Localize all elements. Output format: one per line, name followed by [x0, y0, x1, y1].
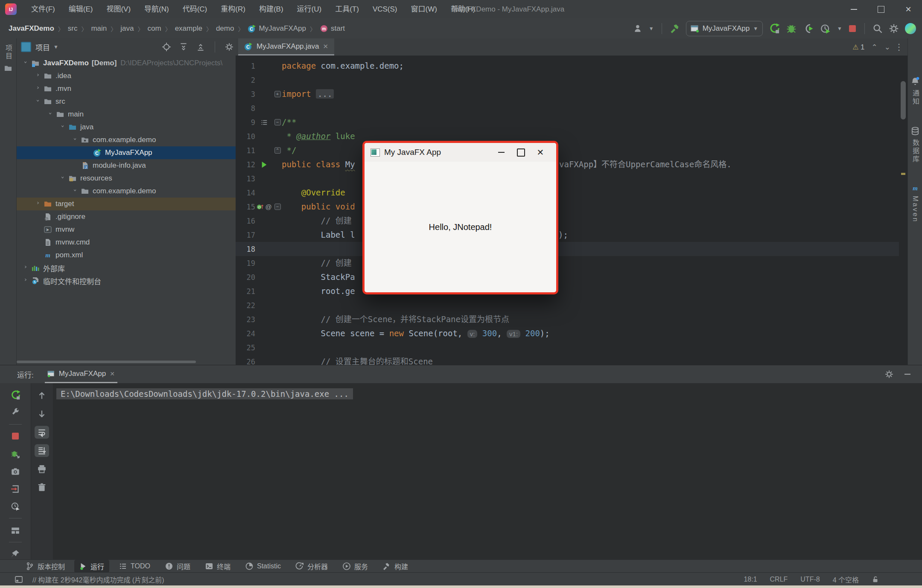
- profiler-button[interactable]: [803, 23, 814, 34]
- arrow-down-icon[interactable]: [35, 408, 49, 420]
- menu-item[interactable]: 窗口(W): [404, 0, 444, 18]
- profile-clock-icon[interactable]: [8, 501, 23, 512]
- run-main-icon[interactable]: [255, 161, 273, 169]
- chevron-right-icon[interactable]: [22, 265, 31, 271]
- code-line-15[interactable]: 15O@− public void: [236, 200, 899, 214]
- inspection-widget[interactable]: ⚠ 1 ⌃ ⌄: [852, 43, 890, 52]
- code-line-21[interactable]: 21 root.ge: [236, 284, 899, 298]
- fold-marker-icon[interactable]: −: [273, 119, 282, 125]
- code-line-20[interactable]: 20 StackPa: [236, 270, 899, 284]
- layout-widget-icon[interactable]: [15, 576, 23, 583]
- rerun-icon[interactable]: [8, 389, 23, 401]
- editor-scrollbar[interactable]: [901, 64, 906, 358]
- chevron-down-icon[interactable]: [59, 125, 68, 130]
- breadcrumb-item[interactable]: java: [120, 24, 134, 33]
- tree-row-.idea[interactable]: .idea: [17, 70, 236, 82]
- minimize-button[interactable]: [840, 0, 867, 18]
- toolwindow-button-终端[interactable]: 终端: [200, 560, 236, 573]
- status-message[interactable]: // 构建在 2秒942毫秒内成功完成 (片刻之前): [32, 574, 164, 585]
- javafx-maximize-button[interactable]: [511, 143, 531, 162]
- tree-row-target[interactable]: target: [17, 198, 236, 210]
- editor-tab-myjavafxapp[interactable]: C MyJavaFXApp.java ✕: [238, 38, 334, 55]
- toolwindow-button-构建[interactable]: 构建: [377, 560, 413, 573]
- chevron-down-icon[interactable]: ▼: [53, 44, 58, 50]
- code-editor[interactable]: 1package com.example.demo;23+import ...8…: [236, 59, 899, 369]
- collapse-all-icon[interactable]: [196, 42, 205, 52]
- code-line-17[interactable]: 17 Label l);: [236, 228, 899, 242]
- fold-marker-icon[interactable]: −: [273, 204, 282, 210]
- stop-icon[interactable]: [8, 431, 23, 442]
- override-icon[interactable]: O@: [255, 203, 273, 211]
- menu-item[interactable]: 重构(R): [214, 0, 252, 18]
- menu-item[interactable]: 视图(V): [99, 0, 137, 18]
- stripe-button-Maven[interactable]: mMaven: [908, 184, 922, 223]
- javafx-titlebar[interactable]: My JavaFX App ✕: [365, 143, 556, 162]
- caret-position-widget[interactable]: 18:1: [744, 576, 757, 583]
- indent-widget[interactable]: 4 个空格: [833, 574, 859, 585]
- camera-icon[interactable]: [8, 466, 23, 477]
- chevron-right-icon[interactable]: [22, 278, 31, 283]
- breadcrumb-item[interactable]: mstart: [320, 24, 345, 33]
- code-line-22[interactable]: 22: [236, 298, 899, 312]
- code-with-me-icon[interactable]: [633, 24, 643, 33]
- tree-row-临时文件和控制台[interactable]: 临时文件和控制台: [17, 274, 236, 287]
- run-console[interactable]: E:\Downloads\CodesDownloads\jdk\jdk-17.0…: [53, 383, 922, 560]
- tree-row-.mvn[interactable]: .mvn: [17, 82, 236, 95]
- run-with-coverage-button[interactable]: [820, 23, 831, 34]
- breadcrumb-item[interactable]: src: [68, 24, 78, 33]
- run-button[interactable]: [769, 23, 780, 34]
- editor-options-icon[interactable]: ⋮: [895, 42, 903, 52]
- stop-button[interactable]: [848, 24, 857, 33]
- toolwindow-button-服务[interactable]: 服务: [337, 560, 373, 573]
- chevron-right-icon[interactable]: [34, 73, 44, 79]
- line-ending-widget[interactable]: CRLF: [770, 576, 788, 583]
- close-tab-icon[interactable]: ✕: [110, 370, 115, 377]
- toolwindow-button-TODO[interactable]: TODO: [114, 561, 155, 572]
- arrow-up-icon[interactable]: [35, 389, 49, 402]
- debug-button[interactable]: [786, 23, 797, 34]
- fold-marker-icon[interactable]: ⌃: [273, 147, 282, 154]
- menu-item[interactable]: 编辑(E): [62, 0, 100, 18]
- tree-row-JavaFXDemo[interactable]: JavaFXDemo[Demo]D:\IDEAProjects\JCNCProj…: [17, 57, 236, 70]
- breadcrumb-item[interactable]: example: [175, 24, 202, 33]
- code-line-19[interactable]: 19 // 创建: [236, 256, 899, 270]
- javafx-minimize-button[interactable]: [491, 143, 511, 162]
- assistant-plugin-icon[interactable]: [905, 23, 916, 34]
- code-line-12[interactable]: 12public class MyvaFXApp】不符合UpperCamelCa…: [236, 157, 899, 172]
- project-horizontal-scrollbar[interactable]: [17, 360, 236, 364]
- tree-row-com.example.demo[interactable]: com.example.demo: [17, 185, 236, 198]
- breadcrumb-item[interactable]: CMyJavaFXApp: [248, 24, 306, 33]
- warning-stripe-mark[interactable]: [901, 173, 905, 175]
- stripe-button-通知[interactable]: 通知: [908, 77, 922, 106]
- exit-icon[interactable]: [8, 483, 23, 495]
- close-button[interactable]: ✕: [895, 0, 922, 18]
- code-line-13[interactable]: 13: [236, 172, 899, 186]
- next-problem-icon[interactable]: ⌄: [884, 43, 890, 52]
- tree-row-mvnw[interactable]: >mvnw: [17, 223, 236, 236]
- encoding-widget[interactable]: UTF-8: [800, 576, 820, 583]
- code-line-23[interactable]: 23 // 创建一个Scene，并将StackPane设置为根节点: [236, 312, 899, 326]
- stripe-button-数据库[interactable]: 数据库: [908, 126, 922, 163]
- attach-debug-icon[interactable]: [8, 448, 23, 460]
- chevron-down-icon[interactable]: ▼: [837, 26, 842, 32]
- close-tab-icon[interactable]: ✕: [323, 43, 328, 50]
- chevron-down-icon[interactable]: [34, 99, 44, 104]
- tree-row-.gitignore[interactable]: .gitignore: [17, 210, 236, 223]
- run-configuration-select[interactable]: MyJavaFXApp ▼: [686, 21, 763, 36]
- chevron-down-icon[interactable]: [59, 176, 68, 181]
- chevron-down-icon[interactable]: [22, 61, 31, 66]
- prev-problem-icon[interactable]: ⌃: [872, 43, 878, 52]
- toolwindow-button-运行[interactable]: 运行: [74, 560, 109, 573]
- javafx-close-button[interactable]: ✕: [531, 143, 550, 162]
- toolwindow-button-问题[interactable]: 问题: [160, 560, 195, 573]
- menu-item[interactable]: 导航(N): [137, 0, 176, 18]
- toolwindow-button-版本控制[interactable]: 版本控制: [20, 560, 70, 573]
- code-line-11[interactable]: 11⌃ */: [236, 143, 899, 157]
- chevron-down-icon[interactable]: [47, 112, 56, 117]
- chevron-right-icon[interactable]: [34, 86, 44, 91]
- code-line-9[interactable]: 9−/**: [236, 115, 899, 129]
- toolwindow-button-分析器[interactable]: 分析器: [290, 560, 333, 573]
- code-line-18[interactable]: 18: [236, 242, 899, 256]
- breadcrumb-item[interactable]: main: [91, 24, 107, 33]
- printer-icon[interactable]: [35, 463, 49, 475]
